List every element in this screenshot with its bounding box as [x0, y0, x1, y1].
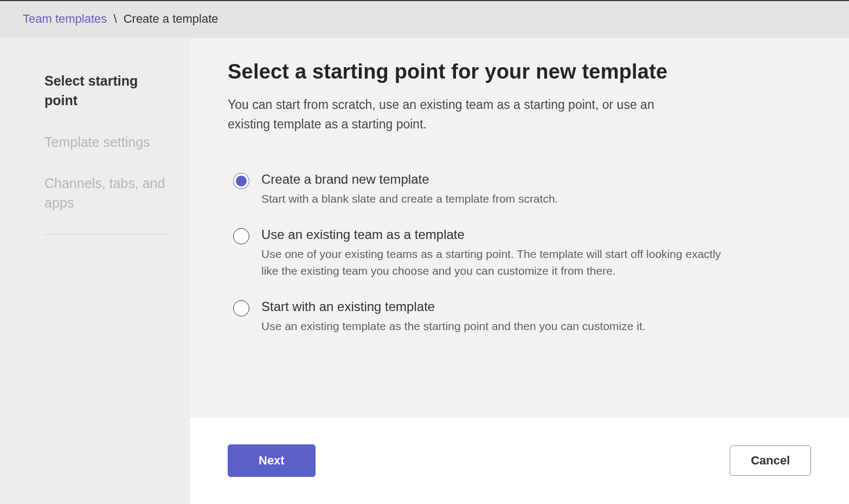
radio-icon	[233, 173, 249, 189]
option-description: Use one of your existing teams as a star…	[261, 245, 721, 280]
wizard-steps-sidebar: Select starting point Template settings …	[0, 38, 190, 504]
option-text: Create a brand new template Start with a…	[261, 172, 721, 208]
starting-point-options: Create a brand new template Start with a…	[228, 172, 811, 334]
main-panel: Select a starting point for your new tem…	[190, 38, 849, 504]
breadcrumb: Team templates \ Create a template	[0, 1, 849, 38]
next-button[interactable]: Next	[228, 444, 316, 477]
page-description: You can start from scratch, use an exist…	[228, 95, 694, 134]
wizard-footer: Next Cancel	[190, 417, 849, 504]
content-area: Select a starting point for your new tem…	[190, 38, 849, 417]
wizard-step-select-starting-point[interactable]: Select starting point	[44, 71, 169, 111]
page-title: Select a starting point for your new tem…	[228, 60, 811, 83]
option-start-existing-template[interactable]: Start with an existing template Use an e…	[233, 299, 721, 335]
breadcrumb-parent-link[interactable]: Team templates	[23, 12, 107, 25]
page-body: Select starting point Template settings …	[0, 38, 849, 504]
radio-icon	[233, 228, 249, 244]
option-description: Start with a blank slate and create a te…	[261, 190, 721, 208]
breadcrumb-separator: \	[113, 12, 117, 25]
breadcrumb-current: Create a template	[124, 12, 218, 25]
sidebar-divider	[44, 234, 169, 235]
option-title: Start with an existing template	[261, 299, 721, 314]
option-create-brand-new[interactable]: Create a brand new template Start with a…	[233, 172, 721, 208]
cancel-button[interactable]: Cancel	[730, 445, 811, 476]
option-text: Use an existing team as a template Use o…	[261, 227, 721, 280]
option-title: Use an existing team as a template	[261, 227, 721, 242]
option-use-existing-team[interactable]: Use an existing team as a template Use o…	[233, 227, 721, 280]
option-description: Use an existing template as the starting…	[261, 318, 721, 335]
wizard-step-channels-tabs-apps[interactable]: Channels, tabs, and apps	[44, 173, 169, 213]
option-title: Create a brand new template	[261, 172, 721, 187]
page-root: Team templates \ Create a template Selec…	[0, 0, 849, 504]
wizard-step-template-settings[interactable]: Template settings	[44, 132, 169, 152]
option-text: Start with an existing template Use an e…	[261, 299, 721, 335]
radio-icon	[233, 300, 249, 316]
